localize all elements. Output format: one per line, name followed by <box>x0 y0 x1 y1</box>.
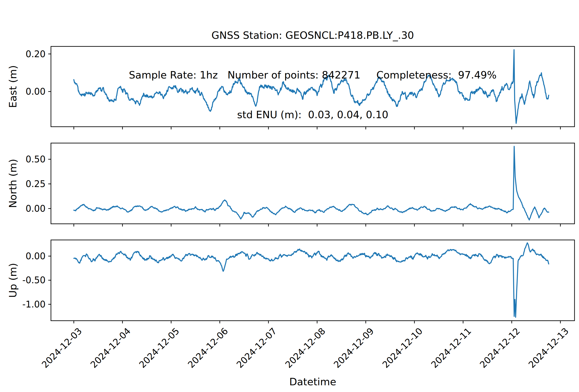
y-tick-label-north: 0.50 <box>26 154 46 165</box>
title-line-station: GNSS Station: GEOSNCL:P418.PB.LY_.30 <box>51 29 575 42</box>
title-line-stats: Sample Rate: 1hz Number of points: 84227… <box>51 68 575 82</box>
series-line-north <box>74 146 549 220</box>
y-tick-label-up: 0.00 <box>26 251 46 262</box>
panel-border-up <box>51 240 575 321</box>
y-tick-label-north: 0.00 <box>26 203 46 214</box>
gnss-enu-figure: GNSS Station: GEOSNCL:P418.PB.LY_.30 Sam… <box>0 0 579 392</box>
title-line-std-enu: std ENU (m): 0.03, 0.04, 0.10 <box>51 108 575 121</box>
y-axis-label-east: East (m) <box>7 65 19 108</box>
figure-title: GNSS Station: GEOSNCL:P418.PB.LY_.30 Sam… <box>51 2 575 148</box>
y-tick-label-up: -1.00 <box>22 299 46 310</box>
x-axis-label-datetime: Datetime <box>51 376 575 388</box>
y-tick-label-east: 0.20 <box>26 49 46 59</box>
y-tick-label-up: -0.50 <box>22 275 46 285</box>
y-axis-label-up: Up (m) <box>7 263 19 298</box>
y-tick-label-east: 0.00 <box>26 86 46 97</box>
series-line-up <box>74 243 549 317</box>
y-tick-label-north: 0.25 <box>26 178 46 189</box>
y-axis-label-north: North (m) <box>7 159 19 208</box>
